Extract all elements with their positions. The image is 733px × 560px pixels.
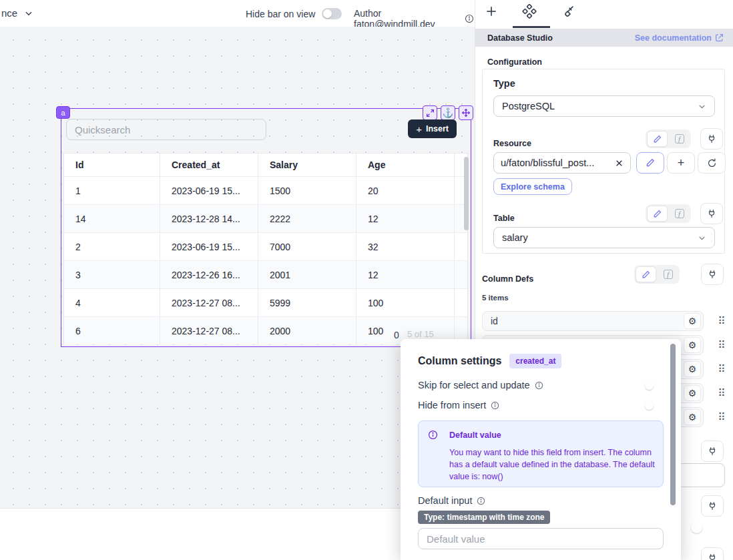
drag-handle-icon[interactable]: ⠿ — [716, 315, 728, 327]
connect-plug-button[interactable] — [700, 128, 723, 150]
info-icon[interactable] — [491, 401, 499, 410]
connect-plug-button[interactable] — [701, 495, 724, 517]
type-select-value: PostgreSQL — [502, 101, 555, 111]
gear-icon[interactable]: ⚙ — [684, 361, 701, 377]
cell: 1 — [64, 177, 160, 204]
connect-plug-button[interactable] — [701, 547, 724, 560]
chevron-down-icon — [698, 102, 706, 111]
cell: 2000 — [258, 317, 356, 344]
edit-resource-button[interactable] — [636, 152, 664, 174]
component-title: Database Studio — [487, 33, 553, 43]
gear-icon[interactable]: ⚙ — [684, 337, 701, 353]
table-row[interactable]: 2 2023-06-19 15... 7000 32 — [64, 232, 467, 260]
cell: 2 — [64, 233, 160, 260]
infobox-title: Default value — [449, 431, 501, 440]
table-label: Table — [493, 214, 515, 223]
cell: 2023-12-27 08... — [160, 317, 258, 344]
plus-icon: + — [416, 123, 422, 135]
hide-bar-toggle[interactable] — [322, 8, 342, 19]
column-header[interactable]: Created_at — [160, 154, 258, 176]
chevron-down-icon — [24, 9, 33, 18]
cell: 20 — [356, 177, 455, 204]
default-value-placeholder: Default value — [427, 533, 485, 545]
table-select[interactable]: salary — [493, 227, 715, 248]
insert-button[interactable]: + Insert — [408, 119, 457, 138]
default-value-input[interactable]: Default value — [418, 528, 664, 549]
static-mode-pencil-icon[interactable] — [636, 266, 656, 282]
drag-handle-icon[interactable]: ⠿ — [716, 363, 728, 375]
cell: 32 — [356, 233, 455, 260]
default-input-label: Default input — [418, 495, 472, 506]
pagination-faded-text: 5 of 15 — [407, 329, 434, 339]
column-header[interactable]: Salary — [258, 154, 356, 176]
column-settings-popup: Column settings created_at Skip for sele… — [401, 339, 681, 560]
table-row[interactable]: 14 2023-12-28 14... 2222 12 — [64, 204, 467, 232]
info-icon[interactable] — [477, 497, 485, 505]
clear-resource-icon[interactable] — [615, 159, 624, 168]
column-def-item[interactable]: id ⚙ — [482, 311, 704, 331]
explore-schema-button[interactable]: Explore schema — [493, 178, 572, 195]
quicksearch-input[interactable]: Quicksearch — [66, 119, 266, 140]
connect-plug-button[interactable] — [700, 203, 723, 224]
cell: 12 — [356, 261, 455, 288]
column-header[interactable]: Id — [64, 154, 160, 176]
info-icon[interactable] — [535, 381, 543, 390]
app-name-truncated: nce — [1, 7, 17, 19]
resource-input[interactable]: u/faton/blissful_post... — [493, 152, 631, 174]
column-defs-label: Column Defs — [482, 274, 533, 284]
cell: 2023-06-19 15... — [160, 233, 258, 260]
fx-mode-icon[interactable]: f — [669, 131, 690, 147]
info-icon[interactable] — [465, 14, 474, 23]
gear-icon[interactable]: ⚙ — [684, 385, 701, 401]
gear-icon[interactable]: ⚙ — [684, 409, 701, 425]
table-row[interactable]: 4 2023-12-27 08... 5999 100 — [64, 288, 467, 316]
app-name-selector[interactable]: nce — [1, 7, 33, 19]
column-header[interactable]: Age — [356, 154, 455, 176]
topbar: nce Hide bar on view Author faton@windmi… — [0, 0, 474, 27]
cell: 1500 — [258, 177, 356, 204]
component-id-badge: a — [56, 106, 70, 119]
info-icon — [428, 430, 438, 440]
column-name-badge: created_at — [509, 354, 561, 368]
move-component-handle[interactable] — [459, 105, 473, 120]
type-select[interactable]: PostgreSQL — [493, 95, 715, 117]
table-scrollbar[interactable] — [464, 157, 469, 230]
chevron-down-icon — [698, 234, 706, 242]
anchor-icon[interactable]: ⚓ — [441, 105, 455, 120]
doc-link-label: See documentation — [635, 33, 712, 43]
drag-handle-icon[interactable]: ⠿ — [716, 387, 728, 399]
table-select-value: salary — [502, 232, 528, 243]
gear-icon[interactable]: ⚙ — [684, 313, 701, 329]
connect-plug-button[interactable] — [701, 441, 724, 462]
data-table: Id Created_at Salary Age 1 2023-06-19 15… — [63, 153, 468, 344]
resource-input-mode-group: f — [646, 129, 691, 148]
add-resource-button[interactable]: + — [667, 152, 695, 174]
see-documentation-link[interactable]: See documentation — [635, 33, 724, 43]
column-type-badge: Type: timestamp with time zone — [418, 511, 550, 524]
quicksearch-placeholder: Quicksearch — [75, 124, 130, 135]
column-defs-mode-group: f — [634, 265, 680, 284]
configuration-box: Type PostgreSQL Resource f u/faton/bliss… — [482, 69, 725, 254]
table-row[interactable]: 1 2023-06-19 15... 1500 20 — [64, 176, 467, 204]
dbstudio-component-selected[interactable]: a ⚓ Quicksearch — [61, 108, 471, 347]
tab-insert-plus-icon[interactable] — [485, 5, 498, 18]
fx-mode-icon[interactable]: f — [658, 266, 678, 282]
tab-styling-brush-icon[interactable] — [561, 5, 575, 19]
drag-handle-icon[interactable]: ⠿ — [716, 411, 728, 423]
expand-component-button[interactable] — [423, 105, 437, 120]
drag-handle-icon[interactable]: ⠿ — [716, 339, 728, 351]
pagination-count: 0 — [394, 330, 399, 340]
cell: 5999 — [258, 289, 356, 316]
column-def-name: id — [491, 316, 498, 326]
resource-label: Resource — [493, 139, 531, 148]
connect-plug-button[interactable] — [701, 264, 724, 285]
static-mode-pencil-icon[interactable] — [647, 206, 668, 222]
component-header: Database Studio See documentation — [475, 29, 733, 47]
fx-mode-icon[interactable]: f — [669, 206, 690, 222]
static-mode-pencil-icon[interactable] — [647, 131, 668, 147]
cell: 7000 — [258, 233, 356, 260]
refresh-resource-button[interactable] — [698, 152, 726, 174]
popup-scrollbar[interactable] — [670, 344, 676, 505]
tab-components-icon[interactable] — [522, 4, 537, 19]
table-row[interactable]: 3 2023-12-26 16... 2001 12 — [64, 260, 467, 288]
